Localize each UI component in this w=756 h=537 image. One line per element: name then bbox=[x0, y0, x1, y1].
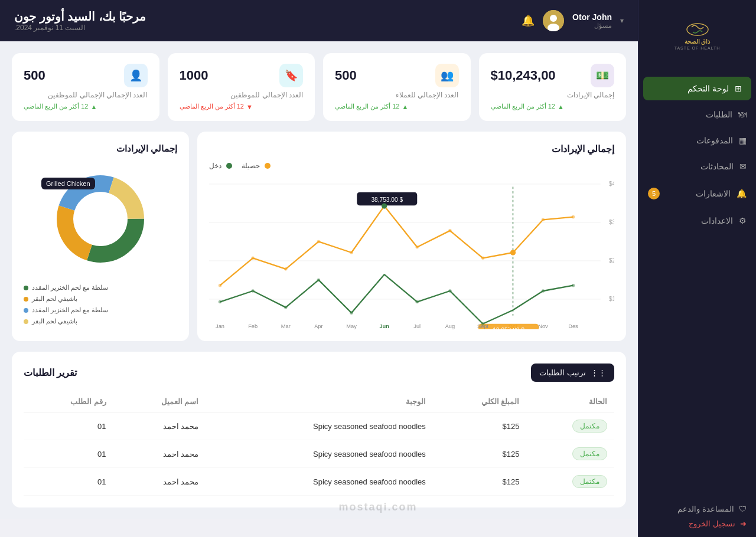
orders-filter-button[interactable]: ⋮⋮ ترتيب الطلبات bbox=[531, 364, 614, 382]
svg-text:Nov: Nov bbox=[538, 323, 548, 329]
svg-point-0 bbox=[687, 24, 708, 35]
sidebar-bottom: 🛡 المساعدة والدعم ➜ تسجيل الخروج bbox=[638, 496, 756, 537]
table-row: مكتمل $125 Spicy seasoned seafood noodle… bbox=[24, 412, 614, 440]
employees-change: ▼ 12 أكثر من الربع الماضي bbox=[180, 103, 304, 110]
sidebar-item-payments[interactable]: ▦ المدفوعات bbox=[638, 129, 756, 152]
up-arrow-icon: ▲ bbox=[402, 103, 408, 110]
svg-point-46 bbox=[415, 300, 419, 304]
svg-text:$20k: $20k bbox=[609, 257, 614, 264]
sidebar-item-label-orders: الطلبات bbox=[706, 110, 732, 119]
svg-point-34 bbox=[317, 240, 321, 244]
svg-point-41 bbox=[219, 300, 222, 304]
orders-table: الحالة المبلغ الكلي الوجبة اسم العميل رق… bbox=[24, 391, 614, 496]
avatar bbox=[543, 10, 564, 31]
cell-order-num: 01 bbox=[24, 440, 113, 468]
svg-point-47 bbox=[448, 289, 452, 293]
legend-harvest: حصيلة bbox=[242, 162, 271, 170]
sidebar-item-notifications[interactable]: 🔔 الاشعارات 5 bbox=[638, 181, 756, 207]
svg-text:$10k: $10k bbox=[609, 296, 614, 302]
svg-text:$ 38,753.00: $ 38,753.00 bbox=[371, 197, 403, 203]
line-chart-svg: $40k $30k $20k $10k bbox=[209, 176, 614, 329]
filter-icon: ⋮⋮ bbox=[591, 368, 606, 377]
income-dot bbox=[226, 163, 232, 169]
line-chart-container: $40k $30k $20k $10k bbox=[209, 176, 614, 329]
sidebar-item-label-chats: المحادثات bbox=[700, 162, 734, 171]
logout-icon: ➜ bbox=[740, 519, 747, 528]
users-icon: 👥 bbox=[435, 64, 459, 87]
sidebar-item-label-settings: الاعدادات bbox=[701, 216, 733, 225]
donut-tooltip: Grilled Chicken bbox=[41, 178, 95, 189]
svg-text:Aug: Aug bbox=[445, 323, 455, 329]
svg-point-55 bbox=[77, 195, 124, 243]
revenue-value: $10,243,00 bbox=[491, 68, 556, 83]
svg-point-45 bbox=[350, 311, 353, 315]
sidebar-item-settings[interactable]: ⚙ الاعدادات bbox=[638, 209, 756, 233]
svg-text:Jun: Jun bbox=[379, 323, 389, 329]
svg-point-33 bbox=[284, 267, 288, 271]
stat-card-staff: 👤 500 العدد الإجمالي الإجمالي للموظفين ▲… bbox=[12, 53, 159, 121]
customers-label: العدد الإجمالي للعملاء bbox=[335, 91, 459, 99]
legend-label-3: سلطة مع لحم الخنزير المقدد bbox=[32, 306, 108, 314]
chevron-down-icon[interactable]: ▾ bbox=[620, 17, 624, 25]
header-user-section: ▾ Otor John مسؤل 🔔 bbox=[522, 10, 624, 31]
svg-text:$40k: $40k bbox=[609, 181, 614, 187]
svg-text:$30k: $30k bbox=[609, 219, 614, 225]
employees-label: العدد الإجمالي للموظفين bbox=[180, 91, 304, 99]
sidebar: ذاق الصحة TASTE OF HEALTH ⊞ لوحة التحكم … bbox=[638, 0, 756, 537]
notification-bell-icon[interactable]: 🔔 bbox=[522, 14, 535, 27]
stat-card-employees: 🔖 1000 العدد الإجمالي للموظفين ▼ 12 أكثر… bbox=[168, 53, 315, 121]
revenue-line-chart-card: إجمالي الإيرادات حصيلة دخل $40k bbox=[197, 132, 626, 341]
table-row: مكتمل $125 Spicy seasoned seafood noodle… bbox=[24, 440, 614, 468]
svg-point-48 bbox=[481, 322, 485, 326]
stats-row: 💵 $10,243,00 إجمالي الإيرادات ▲ 12 أكثر … bbox=[12, 53, 626, 121]
customers-change: ▲ 12 أكثر من الربع الماضي bbox=[335, 103, 459, 110]
staff-label: العدد الإجمالي الإجمالي للموظفين bbox=[24, 91, 148, 99]
cell-dish: Spicy seasoned seafood noodles bbox=[206, 412, 432, 440]
col-customer: اسم العميل bbox=[113, 391, 206, 412]
logout-item[interactable]: ➜ تسجيل الخروج bbox=[648, 519, 747, 528]
svg-text:Jan: Jan bbox=[216, 323, 224, 329]
harvest-label: حصيلة bbox=[242, 162, 260, 170]
bell-icon: 🔔 bbox=[737, 189, 747, 198]
orders-icon: 🍽 bbox=[738, 110, 747, 119]
svg-point-17 bbox=[382, 203, 387, 208]
payments-icon: ▦ bbox=[739, 136, 747, 145]
cell-customer: محمد احمد bbox=[113, 468, 206, 496]
donut-legend-item-4: باشيفي لحم البقر bbox=[24, 317, 177, 325]
svg-point-35 bbox=[350, 251, 353, 254]
chart-legend: حصيلة دخل bbox=[209, 162, 614, 170]
revenue-change: ▲ 12 أكثر من الربع الماضي bbox=[491, 103, 615, 110]
donut-legend-item-3: سلطة مع لحم الخنزير المقدد bbox=[24, 306, 177, 314]
dashboard-body: 💵 $10,243,00 إجمالي الإيرادات ▲ 12 أكثر … bbox=[0, 41, 638, 519]
svg-text:Des: Des bbox=[568, 323, 578, 329]
sidebar-item-label-payments: المدفوعات bbox=[696, 136, 733, 145]
settings-icon: ⚙ bbox=[739, 216, 747, 225]
employees-value: 1000 bbox=[180, 68, 208, 83]
svg-text:May: May bbox=[346, 323, 357, 329]
sidebar-item-orders[interactable]: 🍽 الطلبات bbox=[638, 103, 756, 126]
col-total: المبلغ الكلي bbox=[433, 391, 527, 412]
cell-total: $125 bbox=[433, 412, 527, 440]
avatar-image bbox=[543, 10, 564, 31]
svg-point-49 bbox=[542, 289, 545, 293]
help-item[interactable]: 🛡 المساعدة والدعم bbox=[648, 505, 747, 513]
cell-customer: محمد احمد bbox=[113, 412, 206, 440]
legend-income: دخل bbox=[209, 162, 232, 170]
svg-point-36 bbox=[415, 245, 419, 249]
chat-icon: ✉ bbox=[739, 162, 747, 171]
cell-customer: محمد احمد bbox=[113, 440, 206, 468]
sidebar-item-dashboard[interactable]: ⊞ لوحة التحكم bbox=[643, 77, 751, 100]
staff-value: 500 bbox=[24, 68, 45, 83]
donut-legend: سلطة مع لحم الخنزير المقدد باشيفي لحم ال… bbox=[24, 284, 177, 325]
svg-point-2 bbox=[550, 15, 557, 22]
sidebar-item-chats[interactable]: ✉ المحادثات bbox=[638, 155, 756, 178]
legend-label-4: باشيفي لحم البقر bbox=[32, 317, 77, 325]
logo-sub-text: TASTE OF HEALTH bbox=[674, 46, 721, 50]
cell-dish: Spicy seasoned seafood noodles bbox=[206, 440, 432, 468]
cell-total: $125 bbox=[433, 468, 527, 496]
staff-change: ▲ 12 أكثر من الربع الماضي bbox=[24, 103, 148, 110]
donut-chart-card: إجمالي الإيرادات Grilled Chicken bbox=[12, 132, 189, 341]
username-label: Otor John bbox=[572, 12, 612, 22]
greeting-text: مرحبًا بك، السيد أوتور جون bbox=[14, 9, 146, 24]
date-text: السبت 11 نوفمبر 2024. bbox=[14, 24, 146, 32]
